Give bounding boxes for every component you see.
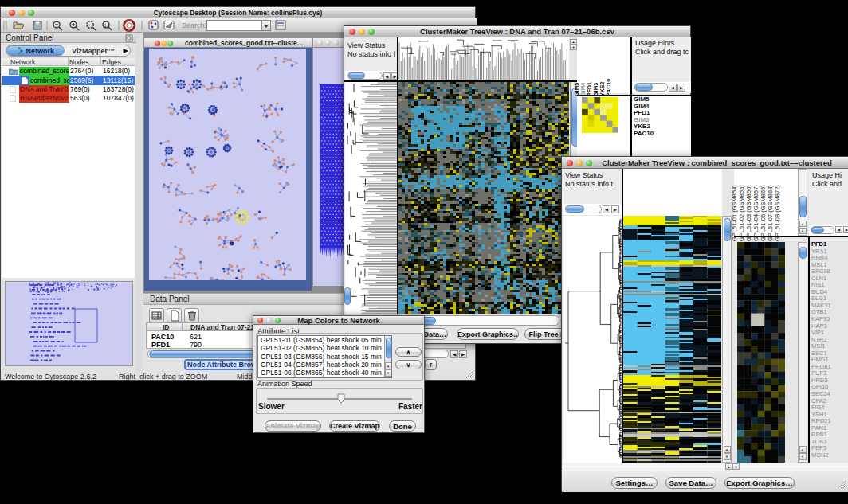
svg-text:1:1: 1:1	[104, 24, 110, 28]
